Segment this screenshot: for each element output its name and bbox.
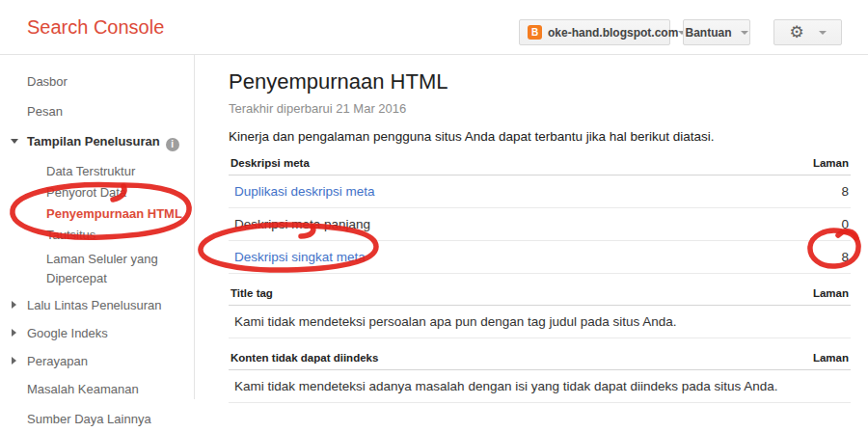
row-label-no-index-issues: Kami tidak mendeteksi adanya masalah den…: [234, 379, 778, 393]
sidebar-item-pesan[interactable]: Pesan: [0, 105, 194, 119]
sidebar-item-google-indeks[interactable]: Google Indeks: [0, 327, 194, 340]
help-dropdown-button[interactable]: Bantuan: [683, 19, 750, 45]
section-header-label: Title tag: [231, 287, 273, 299]
sidebar-item-label: Penyempurnaan HTML: [46, 206, 182, 221]
section-header-label: Deskripsi meta: [231, 157, 310, 169]
main-content: Penyempurnaan HTML Terakhir diperbarui 2…: [195, 55, 868, 403]
section-header-row: Title tag Laman: [229, 287, 851, 306]
top-bar: Search Console B oke-hand.blogspot.com B…: [0, 0, 868, 55]
row-label-deskripsi-meta-panjang: Deskripsi meta panjang: [234, 217, 370, 231]
column-header-laman: Laman: [813, 352, 849, 364]
sidebar-item-penyorot-data[interactable]: Penyorot Data: [0, 186, 194, 200]
sidebar-item-label: Tautsitus: [46, 228, 95, 242]
table-row: Deskripsi meta panjang 0: [229, 208, 851, 241]
table-row: Kami tidak mendeteksi adanya masalah den…: [229, 370, 851, 403]
app-title: Search Console: [27, 16, 164, 39]
section-header-row: Konten tidak dapat diindeks Laman: [229, 352, 851, 370]
property-selector-button[interactable]: B oke-hand.blogspot.com: [519, 19, 670, 45]
sidebar-item-sumber-daya-lainnya[interactable]: Sumber Daya Lainnya: [0, 413, 194, 426]
section-header-row: Deskripsi meta Laman: [229, 157, 851, 176]
page-title: Penyempurnaan HTML: [229, 69, 851, 94]
sidebar-item-label: Tampilan Penelusuran: [27, 134, 160, 148]
collapsed-triangle-icon: [12, 357, 16, 364]
chevron-down-icon: [741, 31, 748, 35]
table-row: Duplikasi deskripsi meta 8: [229, 176, 851, 208]
sidebar-item-penyempurnaan-html[interactable]: Penyempurnaan HTML: [0, 207, 194, 221]
collapsed-triangle-icon: [12, 329, 16, 337]
help-label: Bantuan: [686, 26, 732, 40]
row-link-duplikasi-deskripsi-meta[interactable]: Duplikasi deskripsi meta: [234, 184, 375, 199]
sidebar-item-label: Lalu Lintas Penelusuran: [27, 298, 162, 312]
last-updated-text: Terakhir diperbarui 21 Mar 2016: [229, 101, 851, 116]
sidebar-item-lalu-lintas-penelusuran[interactable]: Lalu Lintas Penelusuran: [0, 299, 194, 312]
section-title-tag: Title tag Laman Kami tidak mendeteksi pe…: [229, 287, 851, 338]
sidebar-nav: Dasbor Pesan Tampilan Penelusurani Data …: [0, 55, 195, 399]
property-name: oke-hand.blogspot.com: [548, 26, 678, 40]
gear-icon: ⚙: [789, 24, 803, 40]
sidebar-item-label: Laman Seluler yang Dipercepat: [46, 252, 158, 285]
section-header-label: Konten tidak dapat diindeks: [231, 352, 378, 364]
sidebar-item-label: Google Indeks: [27, 326, 108, 340]
sidebar-item-laman-seluler[interactable]: Laman Seluler yang Dipercepat: [0, 250, 178, 288]
intro-text: Kinerja dan pengalaman pengguna situs An…: [229, 129, 851, 144]
sidebar-item-label: Data Terstruktur: [46, 164, 135, 178]
row-value-8: 8: [841, 250, 849, 264]
sidebar-item-perayapan[interactable]: Perayapan: [0, 355, 194, 368]
sidebar-item-label: Sumber Daya Lainnya: [27, 412, 151, 426]
sidebar-item-label: Perayapan: [27, 354, 88, 368]
sidebar-item-masalah-keamanan[interactable]: Masalah Keamanan: [0, 383, 194, 396]
sidebar-item-data-terstruktur[interactable]: Data Terstruktur: [0, 165, 194, 178]
sidebar-item-tampilan-penelusuran[interactable]: Tampilan Penelusurani: [0, 135, 194, 151]
section-konten-tidak-dapat-diindeks: Konten tidak dapat diindeks Laman Kami t…: [229, 352, 851, 403]
blogger-icon: B: [528, 25, 542, 40]
sidebar-item-label: Pesan: [27, 104, 63, 119]
sidebar-item-label: Penyorot Data: [46, 185, 126, 200]
chevron-down-icon: [819, 31, 827, 35]
sidebar-item-label: Masalah Keamanan: [27, 382, 139, 396]
info-icon[interactable]: i: [166, 138, 179, 151]
row-value: 8: [841, 184, 849, 199]
column-header-laman: Laman: [813, 157, 849, 169]
sidebar-item-label: Dasbor: [27, 74, 68, 89]
section-deskripsi-meta: Deskripsi meta Laman Duplikasi deskripsi…: [229, 157, 851, 274]
table-row: Kami tidak mendeteksi persoalan apa pun …: [229, 306, 851, 338]
row-link-deskripsi-singkat-meta[interactable]: Deskripsi singkat meta: [234, 250, 366, 264]
sidebar-item-tautsitus[interactable]: Tautsitus: [0, 229, 194, 242]
collapsed-triangle-icon: [12, 301, 16, 309]
row-label-no-title-issues: Kami tidak mendeteksi persoalan apa pun …: [234, 314, 677, 329]
column-header-laman: Laman: [813, 287, 849, 299]
expanded-triangle-icon: [11, 139, 18, 144]
sidebar-item-dasbor[interactable]: Dasbor: [0, 75, 194, 89]
row-value: 0: [841, 217, 849, 231]
settings-dropdown-button[interactable]: ⚙: [773, 19, 842, 45]
table-row: Deskripsi singkat meta 8: [229, 241, 851, 274]
